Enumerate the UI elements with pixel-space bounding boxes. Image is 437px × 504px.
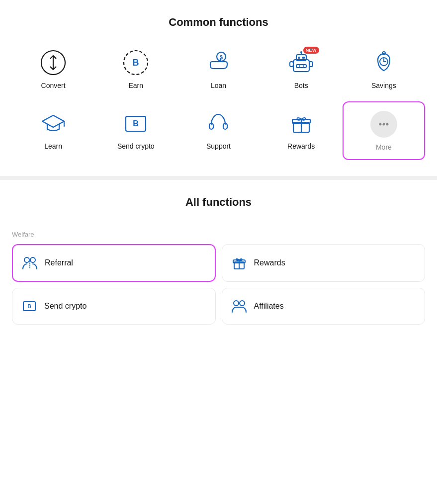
affiliates-label: Affiliates: [254, 302, 284, 311]
all-function-item-rewards[interactable]: Rewards: [222, 244, 426, 282]
all-function-item-send-crypto[interactable]: B Send crypto: [12, 288, 216, 325]
svg-rect-6: [293, 60, 309, 72]
more-icon: [370, 110, 398, 138]
all-send-crypto-label: Send crypto: [44, 302, 87, 311]
svg-point-31: [382, 123, 385, 126]
function-item-more[interactable]: More: [343, 101, 425, 160]
svg-text:B: B: [133, 119, 139, 128]
rewards-label: Rewards: [287, 142, 315, 150]
support-icon: [204, 109, 232, 137]
learn-label: Learn: [44, 142, 62, 150]
savings-label: Savings: [371, 82, 396, 89]
all-function-item-referral[interactable]: Referral: [12, 244, 216, 282]
send-crypto-label: Send crypto: [117, 142, 155, 150]
svg-point-41: [234, 301, 239, 306]
common-functions-section: Common functions Convert B E: [0, 0, 437, 176]
svg-rect-10: [298, 57, 300, 59]
function-item-savings[interactable]: Savings: [343, 41, 425, 97]
svg-marker-21: [42, 115, 64, 127]
support-label: Support: [206, 142, 231, 150]
svg-text:$: $: [220, 54, 223, 60]
referral-label: Referral: [45, 258, 73, 267]
common-functions-grid: Convert B Earn $: [12, 41, 425, 160]
affiliates-icon: [231, 298, 247, 314]
function-item-learn[interactable]: Learn: [12, 101, 94, 160]
function-item-earn[interactable]: B Earn: [94, 41, 177, 97]
bots-label: Bots: [294, 82, 308, 89]
loan-icon: $: [204, 49, 232, 77]
all-functions-grid: Referral Rewards B: [12, 244, 425, 325]
svg-point-42: [240, 301, 245, 306]
all-functions-section: All functions Welfare Referral: [0, 180, 437, 344]
svg-point-33: [24, 257, 29, 262]
all-function-item-affiliates[interactable]: Affiliates: [222, 288, 426, 325]
earn-icon: B: [122, 49, 150, 77]
welfare-label: Welfare: [12, 231, 425, 238]
new-badge: NEW: [303, 47, 319, 54]
svg-point-9: [300, 51, 302, 53]
function-item-send-crypto[interactable]: B Send crypto: [94, 101, 177, 160]
convert-icon: [39, 49, 67, 77]
svg-rect-11: [302, 57, 305, 59]
section-divider: [0, 176, 437, 180]
earn-label: Earn: [129, 82, 144, 89]
referral-icon: [22, 255, 38, 271]
savings-icon: [370, 49, 398, 77]
svg-rect-12: [296, 65, 306, 68]
svg-point-34: [30, 257, 35, 262]
function-item-bots[interactable]: NEW: [260, 41, 343, 97]
svg-text:B: B: [133, 58, 139, 68]
all-functions-title: All functions: [12, 180, 425, 221]
function-item-rewards[interactable]: Rewards: [260, 101, 343, 160]
all-rewards-icon: [231, 255, 247, 271]
more-label: More: [376, 143, 392, 151]
function-item-support[interactable]: Support: [177, 101, 260, 160]
rewards-icon: [287, 109, 315, 137]
send-crypto-icon: B: [122, 109, 150, 137]
common-functions-title: Common functions: [12, 0, 425, 41]
all-send-crypto-icon: B: [21, 298, 37, 314]
bots-icon: NEW: [287, 49, 315, 77]
function-item-loan[interactable]: $ Loan: [177, 41, 260, 97]
svg-text:B: B: [27, 304, 31, 309]
svg-point-32: [386, 123, 388, 126]
function-item-convert[interactable]: Convert: [12, 41, 94, 97]
svg-point-30: [379, 123, 381, 126]
all-rewards-label: Rewards: [254, 258, 285, 267]
convert-label: Convert: [41, 82, 66, 89]
learn-icon: [39, 109, 67, 137]
loan-label: Loan: [211, 82, 226, 89]
